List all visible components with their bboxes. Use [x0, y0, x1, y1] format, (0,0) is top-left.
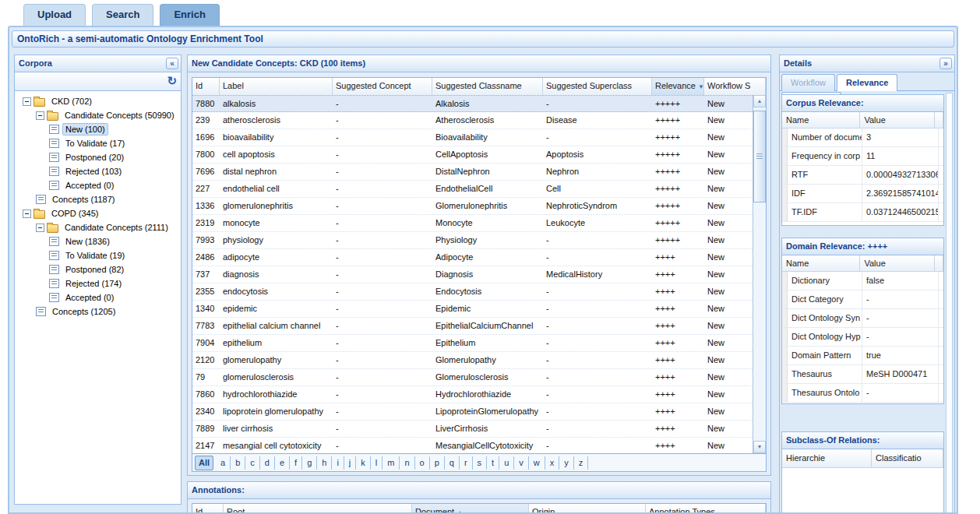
column-header-document[interactable]: Document▲	[412, 504, 529, 514]
alpha-filter-o[interactable]: o	[415, 456, 430, 470]
kv-row[interactable]: Number of docume3	[782, 128, 943, 147]
scroll-down-icon[interactable]: ▼	[753, 441, 766, 453]
table-row[interactable]: 2486adipocyte-Adipocyte-++++New	[192, 249, 753, 266]
tab-search[interactable]: Search	[92, 4, 153, 26]
table-row[interactable]: 2355endocytosis-Endocytosis-++++New	[192, 283, 753, 301]
table-row[interactable]: 79glomerulosclerosis-Glomerulosclerosis-…	[192, 369, 753, 386]
column-header-origin[interactable]: Origin	[529, 504, 646, 514]
column-header-annotation-types[interactable]: Annotation Types	[646, 504, 766, 514]
table-row[interactable]: 2147mesangial cell cytotoxicity-Mesangia…	[192, 438, 753, 453]
alpha-filter-all[interactable]: All	[195, 456, 213, 470]
column-header-root[interactable]: Root	[224, 504, 412, 514]
column-header-hierarchie[interactable]: Hierarchie	[782, 449, 872, 467]
kv-row[interactable]: Dictionaryfalse	[782, 272, 943, 290]
alpha-filter-c[interactable]: c	[245, 456, 260, 470]
table-row[interactable]: 7800cell apoptosis-CellApoptosisApoptosi…	[192, 146, 753, 164]
alpha-filter-s[interactable]: s	[473, 456, 488, 470]
alpha-filter-b[interactable]: b	[231, 456, 245, 470]
details-scrollbar[interactable]	[946, 93, 953, 514]
kv-row[interactable]: Frequency in corp11	[782, 147, 943, 166]
tree-node[interactable]: COPD (345)	[15, 206, 181, 220]
column-header-id[interactable]: Id	[192, 78, 220, 95]
table-row[interactable]: 7860hydrochlorothiazide-Hydrochlorothiaz…	[192, 386, 753, 403]
kv-row[interactable]: ThesaurusMeSH D000471	[782, 365, 943, 384]
alpha-filter-t[interactable]: t	[487, 456, 499, 470]
table-row[interactable]: 7993physiology-Physiology-+++++New	[192, 232, 753, 249]
column-header-suggested-concept[interactable]: Suggested Concept	[333, 78, 432, 95]
column-header-name[interactable]: Name	[782, 112, 860, 128]
alpha-filter-u[interactable]: u	[499, 456, 514, 470]
alpha-filter-d[interactable]: d	[260, 456, 275, 470]
kv-row[interactable]: Domain Patterntrue	[782, 347, 943, 365]
collapse-right-icon[interactable]: »	[939, 58, 952, 69]
alpha-filter-j[interactable]: j	[344, 456, 356, 470]
alpha-filter-r[interactable]: r	[460, 456, 473, 470]
column-header-suggested-superclass[interactable]: Suggested Superclass	[543, 78, 652, 95]
column-header-workflow-status[interactable]: Workflow S	[704, 78, 766, 95]
alpha-filter-a[interactable]: a	[216, 456, 231, 470]
kv-row[interactable]: Dict Category-	[782, 290, 943, 309]
table-row[interactable]: 7696distal nephron-DistalNephronNephron+…	[192, 164, 753, 181]
alpha-filter-e[interactable]: e	[275, 456, 290, 470]
tree-node[interactable]: New (1836)	[15, 234, 181, 248]
tree-node[interactable]: Accepted (0)	[15, 178, 181, 192]
scroll-up-icon[interactable]: ▲	[753, 95, 766, 107]
tree-node[interactable]: New (100)	[15, 122, 181, 136]
kv-row[interactable]: Thesaurus Ontolo-	[782, 384, 943, 403]
column-header-id[interactable]: Id	[192, 504, 224, 514]
table-row[interactable]: 737diagnosis-DiagnosisMedicalHistory++++…	[192, 266, 753, 283]
tree-expander-icon[interactable]	[36, 111, 44, 120]
alpha-filter-q[interactable]: q	[445, 456, 460, 470]
table-row[interactable]: 227endothelial cell-EndothelialCellCell+…	[192, 181, 753, 198]
alpha-filter-h[interactable]: h	[317, 456, 332, 470]
column-header-suggested-classname[interactable]: Suggested Classname	[432, 78, 543, 95]
tab-upload[interactable]: Upload	[23, 4, 86, 26]
alpha-filter-x[interactable]: x	[545, 456, 560, 470]
alpha-filter-n[interactable]: n	[400, 456, 414, 470]
details-tab-relevance[interactable]: Relevance	[837, 74, 897, 91]
table-row[interactable]: 1696bioavailability-Bioavailability-++++…	[192, 129, 753, 146]
column-header-name[interactable]: Name	[782, 255, 860, 271]
tree-node[interactable]: Candidate Concepts (50990)	[15, 108, 181, 122]
tree-node[interactable]: To Validate (17)	[15, 136, 181, 150]
table-row[interactable]: 7880alkalosis-Alkalosis-+++++New	[192, 95, 753, 112]
sort-asc-icon[interactable]: ▲	[457, 509, 463, 514]
table-row[interactable]: 7904epithelium-Epithelium-++++New	[192, 335, 753, 352]
table-row[interactable]: 2319monocyte-MonocyteLeukocyte+++++New	[192, 215, 753, 232]
tree-node[interactable]: Rejected (103)	[15, 164, 181, 178]
column-header-value[interactable]: Value	[860, 255, 935, 271]
column-header-value[interactable]: Value	[860, 112, 935, 128]
table-row[interactable]: 2340lipoprotein glomerulopathy-Lipoprote…	[192, 403, 753, 421]
column-header-relevance[interactable]: Relevance▼	[652, 78, 704, 95]
tree-node[interactable]: CKD (702)	[15, 94, 181, 108]
tree-expander-icon[interactable]	[36, 224, 44, 232]
scrollbar-thumb[interactable]	[753, 111, 766, 202]
tree-node[interactable]: Candidate Concepts (2111)	[15, 220, 181, 234]
alpha-filter-p[interactable]: p	[430, 456, 445, 470]
table-row[interactable]: 239atherosclerosis-AtherosclerosisDiseas…	[192, 112, 753, 129]
tree-node[interactable]: Accepted (0)	[15, 290, 181, 305]
kv-row[interactable]: TF.IDF0.03712446500215	[782, 203, 943, 222]
tree-node[interactable]: Rejected (174)	[15, 276, 181, 290]
tab-enrich[interactable]: Enrich	[160, 4, 219, 26]
sort-desc-icon[interactable]: ▼	[698, 83, 704, 90]
alpha-filter-m[interactable]: m	[382, 456, 400, 470]
tree-node[interactable]: Postponed (82)	[15, 262, 181, 276]
alpha-filter-w[interactable]: w	[529, 456, 545, 470]
kv-row[interactable]: Dict Ontology Hyp-	[782, 328, 943, 347]
concepts-scrollbar[interactable]: ▲ ▼	[753, 95, 766, 453]
alpha-filter-f[interactable]: f	[290, 456, 302, 470]
table-row[interactable]: 7889liver cirrhosis-LiverCirrhosis-++++N…	[192, 421, 753, 438]
alpha-filter-v[interactable]: v	[514, 456, 529, 470]
table-row[interactable]: 1340epidemic-Epidemic-++++New	[192, 301, 753, 318]
collapse-left-icon[interactable]: «	[166, 58, 178, 69]
alpha-filter-g[interactable]: g	[302, 456, 317, 470]
kv-row[interactable]: IDF2.36921585741014	[782, 185, 943, 203]
table-row[interactable]: 7783epithelial calcium channel-Epithelia…	[192, 318, 753, 335]
tree-node[interactable]: Postponed (20)	[15, 150, 181, 164]
refresh-icon[interactable]: ↻	[167, 75, 177, 87]
tree-node[interactable]: To Validate (19)	[15, 248, 181, 262]
alpha-filter-y[interactable]: y	[559, 456, 574, 470]
column-header-label[interactable]: Label	[220, 78, 333, 95]
tree-node[interactable]: Concepts (1205)	[15, 305, 181, 319]
